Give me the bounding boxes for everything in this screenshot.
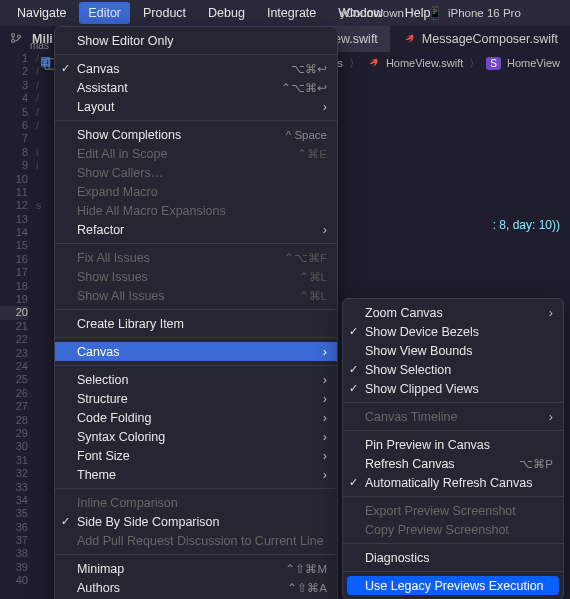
menu-item-show-selection[interactable]: ✓Show Selection [343,360,563,379]
chevron-right-icon: › [323,223,327,237]
canvas-submenu: Zoom Canvas›✓Show Device BezelsShow View… [342,298,564,599]
jump-bar-file[interactable]: HomeView.swift [386,57,463,69]
menu-item-use-legacy-previews-execution[interactable]: Use Legacy Previews Execution [347,576,559,595]
chevron-right-icon: 〉 [410,6,422,21]
chevron-right-icon: › [323,411,327,425]
menu-item-label: Use Legacy Previews Execution [365,579,544,593]
menu-item-label: Diagnostics [365,551,430,565]
menu-item-label: Show Callers… [77,166,163,180]
device-icon: 📱 [428,6,442,20]
menu-separator [343,496,563,497]
chevron-right-icon: › [323,449,327,463]
menu-item-label: Inline Comparison [77,496,178,510]
menu-item-show-all-issues: Show All Issues⌃⌘L [55,286,337,305]
menubar-item-product[interactable]: Product [134,2,195,24]
code-fragment: : 8, day: 10)) [493,218,560,232]
menu-item-automatically-refresh-canvas[interactable]: ✓Automatically Refresh Canvas [343,473,563,492]
menu-item-label: Selection [77,373,128,387]
menu-item-side-by-side-comparison[interactable]: ✓Side By Side Comparison [55,512,337,531]
menu-item-canvas-timeline: Canvas Timeline› [343,407,563,426]
menu-item-label: Show View Bounds [365,344,472,358]
menu-item-refresh-canvas[interactable]: Refresh Canvas⌥⌘P [343,454,563,473]
menu-shortcut: ⌥⌘P [519,457,553,471]
menu-item-label: Assistant [77,81,128,95]
menu-item-font-size[interactable]: Font Size› [55,446,337,465]
menu-item-label: Show All Issues [77,289,165,303]
menu-item-fix-all-issues: Fix All Issues⌃⌥⌘F [55,248,337,267]
menu-shortcut: ⌃⇧⌘M [285,562,327,576]
menu-item-syntax-coloring[interactable]: Syntax Coloring› [55,427,337,446]
menu-item-minimap[interactable]: Minimap⌃⇧⌘M [55,559,337,578]
menu-item-label: Structure [77,392,128,406]
menu-item-assistant[interactable]: Assistant⌃⌥⌘↩ [55,78,337,97]
struct-badge-icon: S [486,57,501,70]
menu-item-theme[interactable]: Theme› [55,465,337,484]
menu-item-code-folding[interactable]: Code Folding› [55,408,337,427]
menu-item-show-editor-only[interactable]: Show Editor Only [55,31,337,50]
jump-bar[interactable]: iews 〉 HomeView.swift 〉 S HomeView [311,52,570,74]
menu-item-diagnostics[interactable]: Diagnostics [343,548,563,567]
chevron-right-icon: › [323,430,327,444]
breadcrumb-device[interactable]: iPhone 16 Pro [448,7,521,19]
check-icon: ✓ [61,515,70,528]
scheme-breadcrumb: yCountdown 〉 📱 iPhone 16 Pro [340,0,521,26]
svg-point-0 [12,33,15,36]
menu-item-canvas[interactable]: Canvas› [55,342,337,361]
menu-item-create-library-item[interactable]: Create Library Item [55,314,337,333]
menubar-item-integrate[interactable]: Integrate [258,2,325,24]
menu-shortcut: ⌃⇧⌘A [287,581,327,595]
menu-item-label: Add Pull Request Discussion to Current L… [77,534,324,548]
folder-icon: ▦ [40,55,51,67]
breadcrumb-frag-a[interactable]: yCountdown [340,7,404,19]
menu-item-label: Refresh Canvas [365,457,455,471]
menu-item-label: Show Issues [77,270,148,284]
menu-item-zoom-canvas[interactable]: Zoom Canvas› [343,303,563,322]
menu-item-layout[interactable]: Layout› [55,97,337,116]
menu-item-label: Show Completions [77,128,181,142]
menu-item-label: Code Folding [77,411,151,425]
chevron-right-icon: › [549,306,553,320]
menu-shortcut: ⌥⌘↩ [291,62,327,76]
menu-item-show-clipped-views[interactable]: ✓Show Clipped Views [343,379,563,398]
menu-item-label: Fix All Issues [77,251,150,265]
menu-item-label: Show Editor Only [77,34,174,48]
chevron-right-icon: › [323,468,327,482]
menu-item-pin-preview-in-canvas[interactable]: Pin Preview in Canvas [343,435,563,454]
menu-item-selection[interactable]: Selection› [55,370,337,389]
menu-item-label: Side By Side Comparison [77,515,219,529]
menu-item-label: Authors [77,581,120,595]
menu-separator [55,309,337,310]
menu-item-refactor[interactable]: Refactor› [55,220,337,239]
source-control-icon [10,32,22,47]
menu-separator [343,402,563,403]
menu-item-authors[interactable]: Authors⌃⇧⌘A [55,578,337,597]
editor-tab[interactable]: MessageComposer.swift [390,26,570,52]
menu-shortcut: ⌃⌘L [299,270,327,284]
menu-item-show-device-bezels[interactable]: ✓Show Device Bezels [343,322,563,341]
check-icon: ✓ [349,476,358,489]
menu-item-label: Canvas [77,345,119,359]
menu-item-show-issues: Show Issues⌃⌘L [55,267,337,286]
menu-shortcut: ⌃⌥⌘F [284,251,327,265]
chevron-right-icon: › [549,410,553,424]
menubar-item-navigate[interactable]: Navigate [8,2,75,24]
menu-shortcut: ⌃⌘E [297,147,327,161]
menu-item-label: Pin Preview in Canvas [365,438,490,452]
check-icon: ✓ [349,363,358,376]
menu-item-label: Edit All in Scope [77,147,167,161]
menu-separator [55,243,337,244]
menu-item-structure[interactable]: Structure› [55,389,337,408]
check-icon: ✓ [61,62,70,75]
menu-item-show-view-bounds[interactable]: Show View Bounds [343,341,563,360]
menu-item-canvas[interactable]: ✓Canvas⌥⌘↩ [55,59,337,78]
menu-item-show-completions[interactable]: Show Completions^ Space [55,125,337,144]
chevron-right-icon: 〉 [349,56,360,71]
menu-item-label: Create Library Item [77,317,184,331]
svg-point-1 [12,39,15,42]
menubar-item-editor[interactable]: Editor [79,2,130,24]
menu-separator [55,337,337,338]
menu-separator [343,543,563,544]
jump-bar-symbol[interactable]: HomeView [507,57,560,69]
swift-icon [366,56,380,70]
menubar-item-debug[interactable]: Debug [199,2,254,24]
